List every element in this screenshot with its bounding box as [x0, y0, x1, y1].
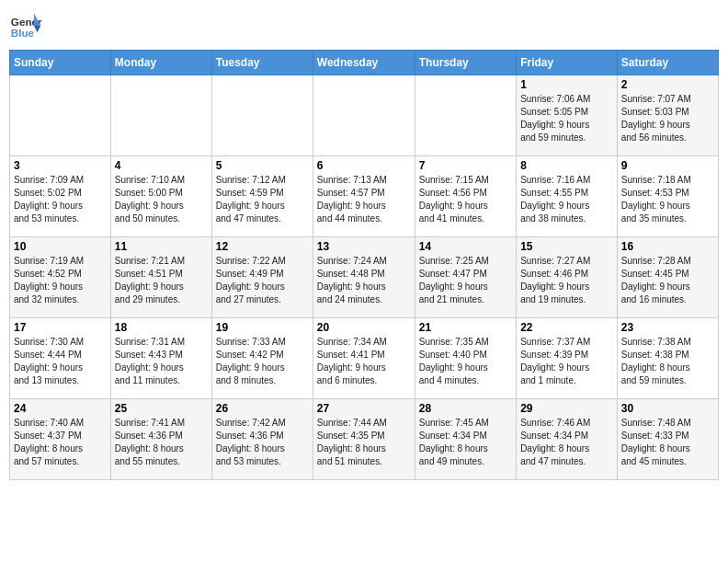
day-info: Sunrise: 7:45 AM Sunset: 4:34 PM Dayligh… — [419, 417, 512, 468]
calendar-cell: 28Sunrise: 7:45 AM Sunset: 4:34 PM Dayli… — [415, 399, 516, 480]
day-number: 4 — [115, 159, 208, 172]
day-number: 10 — [14, 240, 107, 253]
calendar-cell: 5Sunrise: 7:12 AM Sunset: 4:59 PM Daylig… — [211, 156, 313, 237]
day-number: 26 — [216, 402, 309, 415]
weekday-header-saturday: Saturday — [617, 51, 718, 75]
calendar-cell: 12Sunrise: 7:22 AM Sunset: 4:49 PM Dayli… — [211, 237, 313, 318]
weekday-header-friday: Friday — [517, 51, 618, 75]
calendar-cell: 8Sunrise: 7:16 AM Sunset: 4:55 PM Daylig… — [517, 156, 618, 237]
day-number: 3 — [14, 159, 107, 172]
weekday-header-wednesday: Wednesday — [313, 51, 415, 75]
day-info: Sunrise: 7:33 AM Sunset: 4:42 PM Dayligh… — [216, 336, 309, 387]
svg-marker-3 — [34, 26, 40, 32]
day-number: 12 — [216, 240, 309, 253]
day-number: 18 — [115, 321, 208, 334]
day-info: Sunrise: 7:13 AM Sunset: 4:57 PM Dayligh… — [317, 174, 411, 225]
day-info: Sunrise: 7:12 AM Sunset: 4:59 PM Dayligh… — [216, 174, 309, 225]
day-number: 19 — [216, 321, 309, 334]
day-info: Sunrise: 7:46 AM Sunset: 4:34 PM Dayligh… — [520, 417, 613, 468]
calendar-cell — [110, 75, 211, 156]
day-info: Sunrise: 7:28 AM Sunset: 4:45 PM Dayligh… — [621, 255, 714, 306]
day-number: 15 — [520, 240, 613, 253]
calendar-cell — [211, 75, 313, 156]
calendar-cell — [313, 75, 415, 156]
calendar-cell: 14Sunrise: 7:25 AM Sunset: 4:47 PM Dayli… — [415, 237, 516, 318]
day-number: 13 — [317, 240, 411, 253]
calendar-cell: 15Sunrise: 7:27 AM Sunset: 4:46 PM Dayli… — [517, 237, 618, 318]
calendar-cell: 21Sunrise: 7:35 AM Sunset: 4:40 PM Dayli… — [415, 318, 516, 399]
calendar-cell: 27Sunrise: 7:44 AM Sunset: 4:35 PM Dayli… — [313, 399, 415, 480]
calendar-cell: 23Sunrise: 7:38 AM Sunset: 4:38 PM Dayli… — [617, 318, 718, 399]
calendar-cell: 7Sunrise: 7:15 AM Sunset: 4:56 PM Daylig… — [415, 156, 516, 237]
day-number: 22 — [520, 321, 613, 334]
day-number: 2 — [621, 78, 714, 91]
calendar-cell: 22Sunrise: 7:37 AM Sunset: 4:39 PM Dayli… — [517, 318, 618, 399]
day-number: 28 — [419, 402, 512, 415]
calendar-cell: 16Sunrise: 7:28 AM Sunset: 4:45 PM Dayli… — [617, 237, 718, 318]
day-info: Sunrise: 7:22 AM Sunset: 4:49 PM Dayligh… — [216, 255, 309, 306]
weekday-header-tuesday: Tuesday — [211, 51, 313, 75]
day-info: Sunrise: 7:48 AM Sunset: 4:33 PM Dayligh… — [621, 417, 714, 468]
day-info: Sunrise: 7:18 AM Sunset: 4:53 PM Dayligh… — [621, 174, 714, 225]
calendar-cell — [415, 75, 516, 156]
calendar-cell: 26Sunrise: 7:42 AM Sunset: 4:36 PM Dayli… — [211, 399, 313, 480]
day-number: 11 — [115, 240, 208, 253]
calendar-cell: 6Sunrise: 7:13 AM Sunset: 4:57 PM Daylig… — [313, 156, 415, 237]
day-number: 21 — [419, 321, 512, 334]
day-info: Sunrise: 7:25 AM Sunset: 4:47 PM Dayligh… — [419, 255, 512, 306]
logo-icon: General Blue — [9, 9, 42, 42]
day-number: 16 — [621, 240, 714, 253]
calendar-header: SundayMondayTuesdayWednesdayThursdayFrid… — [10, 51, 719, 75]
day-number: 29 — [520, 402, 613, 415]
day-info: Sunrise: 7:44 AM Sunset: 4:35 PM Dayligh… — [317, 417, 411, 468]
calendar-cell: 19Sunrise: 7:33 AM Sunset: 4:42 PM Dayli… — [211, 318, 313, 399]
day-info: Sunrise: 7:15 AM Sunset: 4:56 PM Dayligh… — [419, 174, 512, 225]
calendar-cell: 9Sunrise: 7:18 AM Sunset: 4:53 PM Daylig… — [617, 156, 718, 237]
day-number: 24 — [14, 402, 107, 415]
calendar-cell: 24Sunrise: 7:40 AM Sunset: 4:37 PM Dayli… — [10, 399, 111, 480]
calendar-cell: 25Sunrise: 7:41 AM Sunset: 4:36 PM Dayli… — [110, 399, 211, 480]
weekday-header-monday: Monday — [110, 51, 211, 75]
day-number: 7 — [419, 159, 512, 172]
calendar-cell: 4Sunrise: 7:10 AM Sunset: 5:00 PM Daylig… — [110, 156, 211, 237]
day-number: 8 — [520, 159, 613, 172]
day-info: Sunrise: 7:24 AM Sunset: 4:48 PM Dayligh… — [317, 255, 411, 306]
day-info: Sunrise: 7:37 AM Sunset: 4:39 PM Dayligh… — [520, 336, 613, 387]
calendar-cell: 3Sunrise: 7:09 AM Sunset: 5:02 PM Daylig… — [10, 156, 111, 237]
day-info: Sunrise: 7:40 AM Sunset: 4:37 PM Dayligh… — [14, 417, 107, 468]
calendar-cell: 10Sunrise: 7:19 AM Sunset: 4:52 PM Dayli… — [10, 237, 111, 318]
day-number: 25 — [115, 402, 208, 415]
day-info: Sunrise: 7:41 AM Sunset: 4:36 PM Dayligh… — [115, 417, 208, 468]
day-info: Sunrise: 7:16 AM Sunset: 4:55 PM Dayligh… — [520, 174, 613, 225]
day-number: 20 — [317, 321, 411, 334]
day-info: Sunrise: 7:19 AM Sunset: 4:52 PM Dayligh… — [14, 255, 107, 306]
day-info: Sunrise: 7:09 AM Sunset: 5:02 PM Dayligh… — [14, 174, 107, 225]
day-info: Sunrise: 7:27 AM Sunset: 4:46 PM Dayligh… — [520, 255, 613, 306]
calendar-cell: 29Sunrise: 7:46 AM Sunset: 4:34 PM Dayli… — [517, 399, 618, 480]
weekday-header-sunday: Sunday — [10, 51, 111, 75]
day-info: Sunrise: 7:38 AM Sunset: 4:38 PM Dayligh… — [621, 336, 714, 387]
day-info: Sunrise: 7:21 AM Sunset: 4:51 PM Dayligh… — [115, 255, 208, 306]
day-info: Sunrise: 7:10 AM Sunset: 5:00 PM Dayligh… — [115, 174, 208, 225]
day-number: 9 — [621, 159, 714, 172]
weekday-header-thursday: Thursday — [415, 51, 516, 75]
day-number: 27 — [317, 402, 411, 415]
day-number: 17 — [14, 321, 107, 334]
day-number: 14 — [419, 240, 512, 253]
day-info: Sunrise: 7:34 AM Sunset: 4:41 PM Dayligh… — [317, 336, 411, 387]
day-info: Sunrise: 7:07 AM Sunset: 5:03 PM Dayligh… — [621, 93, 714, 144]
day-number: 6 — [317, 159, 411, 172]
day-info: Sunrise: 7:31 AM Sunset: 4:43 PM Dayligh… — [115, 336, 208, 387]
day-number: 23 — [621, 321, 714, 334]
calendar-cell: 11Sunrise: 7:21 AM Sunset: 4:51 PM Dayli… — [110, 237, 211, 318]
day-number: 30 — [621, 402, 714, 415]
day-info: Sunrise: 7:06 AM Sunset: 5:05 PM Dayligh… — [520, 93, 613, 144]
calendar-cell: 18Sunrise: 7:31 AM Sunset: 4:43 PM Dayli… — [110, 318, 211, 399]
calendar-table: SundayMondayTuesdayWednesdayThursdayFrid… — [9, 50, 719, 480]
day-number: 1 — [520, 78, 613, 91]
day-info: Sunrise: 7:42 AM Sunset: 4:36 PM Dayligh… — [216, 417, 309, 468]
logo: General Blue — [9, 9, 42, 42]
calendar-cell: 1Sunrise: 7:06 AM Sunset: 5:05 PM Daylig… — [517, 75, 618, 156]
calendar-cell: 2Sunrise: 7:07 AM Sunset: 5:03 PM Daylig… — [617, 75, 718, 156]
page-header: General Blue — [9, 9, 719, 42]
